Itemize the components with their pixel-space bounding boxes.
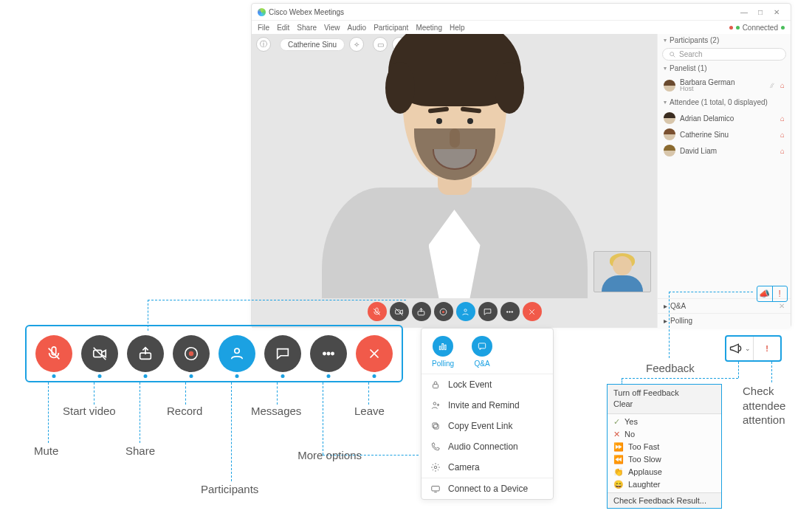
mute-icon: ⌂ <box>780 114 785 123</box>
toolbar-callout <box>25 325 403 382</box>
minimize-button[interactable]: — <box>736 8 752 16</box>
attendee-row[interactable]: David Liam⌂ <box>662 142 786 159</box>
feedback-clear[interactable]: Clear <box>613 399 715 410</box>
leave-button[interactable] <box>523 302 542 321</box>
menu-edit[interactable]: Edit <box>277 24 289 32</box>
more-camera[interactable]: Camera <box>422 457 553 478</box>
video-button-large[interactable] <box>81 335 118 372</box>
menu-audio[interactable]: Audio <box>348 24 367 32</box>
participants-button[interactable] <box>456 302 475 321</box>
more-copy-link[interactable]: Copy Event Link <box>422 416 553 436</box>
svg-point-9 <box>512 311 513 312</box>
annotation-connector <box>231 382 232 481</box>
annotation-connector <box>669 292 753 292</box>
chat-button[interactable] <box>478 302 498 321</box>
more-invite[interactable]: Invite and Remind <box>422 395 553 416</box>
menu-file[interactable]: File <box>258 24 269 32</box>
svg-rect-27 <box>442 344 444 350</box>
more-lock-event[interactable]: Lock Event <box>422 374 553 395</box>
menu-share[interactable]: Share <box>297 24 317 32</box>
feedback-check-results[interactable]: Check Feedback Result... <box>608 492 721 508</box>
menu-view[interactable]: View <box>324 24 340 32</box>
polling-icon <box>433 336 453 357</box>
mute-button-large[interactable] <box>35 335 72 372</box>
feedback-bar-small[interactable]: 📣 ! <box>757 286 788 302</box>
check-icon: ✓ <box>613 417 620 427</box>
more-polling[interactable]: Polling <box>432 336 454 368</box>
svg-rect-26 <box>439 346 441 350</box>
label-participants: Participants <box>201 483 258 495</box>
feedback-laughter[interactable]: 😄Laughter <box>608 478 721 491</box>
title-bar: Cisco Webex Meetings — □ ✕ <box>252 4 791 21</box>
menu-participant[interactable]: Participant <box>374 24 408 32</box>
panelist-section[interactable]: ▾Panelist (1) <box>658 62 791 75</box>
presenter-name-pill: Catherine Sinu <box>280 38 345 51</box>
polling-accordion[interactable]: ▸Polling <box>658 313 791 328</box>
attention-icon[interactable]: ! <box>772 286 788 301</box>
annotation-connector <box>669 292 670 358</box>
annotation-connector <box>323 382 323 455</box>
webex-logo-icon <box>258 8 266 16</box>
menu-help[interactable]: Help <box>450 24 465 32</box>
svg-rect-30 <box>433 384 438 388</box>
leave-button-large[interactable] <box>356 335 393 372</box>
svg-point-34 <box>434 466 437 469</box>
avatar-icon <box>664 112 675 124</box>
svg-rect-33 <box>433 423 437 427</box>
attendee-section[interactable]: ▾Attendee (1 total, 0 displayed) <box>658 96 791 109</box>
record-button-large[interactable] <box>173 335 210 372</box>
annotation-connector <box>771 362 772 382</box>
video-button[interactable] <box>390 302 409 321</box>
invite-icon <box>430 400 441 410</box>
more-connect-device[interactable]: Connect to a Device <box>422 478 553 499</box>
more-options-panel: Polling Q&A Lock Event Invite and Remind… <box>421 328 554 500</box>
pin-button[interactable]: ✧ <box>349 37 364 52</box>
close-button[interactable]: ✕ <box>768 8 785 16</box>
copy-icon <box>430 421 441 431</box>
attention-button[interactable]: ! <box>753 337 780 360</box>
search-participants[interactable]: Search <box>662 48 786 61</box>
self-view[interactable] <box>593 251 651 292</box>
participants-button-large[interactable] <box>219 335 255 372</box>
record-button[interactable] <box>434 302 453 321</box>
more-qa[interactable]: Q&A <box>472 336 492 368</box>
share-button-large[interactable] <box>127 335 164 372</box>
svg-point-7 <box>506 311 508 312</box>
menu-meeting[interactable]: Meeting <box>416 24 442 32</box>
label-mute: Mute <box>34 444 58 457</box>
label-more-options: More options <box>288 449 362 461</box>
attendee-row[interactable]: Adrian Delamico⌂ <box>662 110 786 126</box>
feedback-applause[interactable]: 👏Applause <box>608 466 721 478</box>
feedback-megaphone-button[interactable]: ⌄ <box>726 337 753 360</box>
feedback-slow[interactable]: ⏪Too Slow <box>608 453 721 466</box>
participants-header[interactable]: ▾Participants (2) <box>658 34 791 47</box>
participants-panel: ▾Participants (2) Search ▾Panelist (1) B… <box>658 34 791 328</box>
feedback-label: Feedback <box>646 362 695 374</box>
attendee-row[interactable]: Catherine Sinu⌂ <box>662 126 786 142</box>
feedback-fast[interactable]: ⏩Too Fast <box>608 441 721 453</box>
search-icon <box>669 51 676 58</box>
more-button[interactable] <box>500 302 520 321</box>
maximize-button[interactable]: □ <box>752 8 768 16</box>
svg-point-31 <box>433 402 436 405</box>
feedback-no[interactable]: ✕No <box>608 428 721 441</box>
panelist-row[interactable]: Barbara GermanHost ⫽ ⌂ <box>662 76 786 94</box>
feedback-turn-off[interactable]: Turn off Feedback <box>613 388 715 399</box>
annotation-connector <box>148 300 406 300</box>
mute-button[interactable] <box>368 302 387 321</box>
more-audio[interactable]: Audio Connection <box>422 436 553 457</box>
participant-video <box>322 55 588 298</box>
share-button[interactable] <box>412 302 431 321</box>
attendee-list: Adrian Delamico⌂ Catherine Sinu⌂ David L… <box>658 109 791 160</box>
info-button[interactable]: ⓘ <box>256 37 271 52</box>
feedback-yes[interactable]: ✓Yes <box>608 416 721 428</box>
svg-point-5 <box>442 310 444 312</box>
megaphone-icon[interactable]: 📣 <box>757 286 772 301</box>
layout-button[interactable]: ▭ <box>373 37 388 52</box>
avatar-icon <box>664 80 675 92</box>
svg-point-8 <box>509 311 511 312</box>
fast-icon: ⏩ <box>613 442 624 452</box>
close-icon[interactable]: ✕ <box>779 302 785 310</box>
more-button-large[interactable] <box>310 335 347 372</box>
chat-button-large[interactable] <box>264 335 301 372</box>
